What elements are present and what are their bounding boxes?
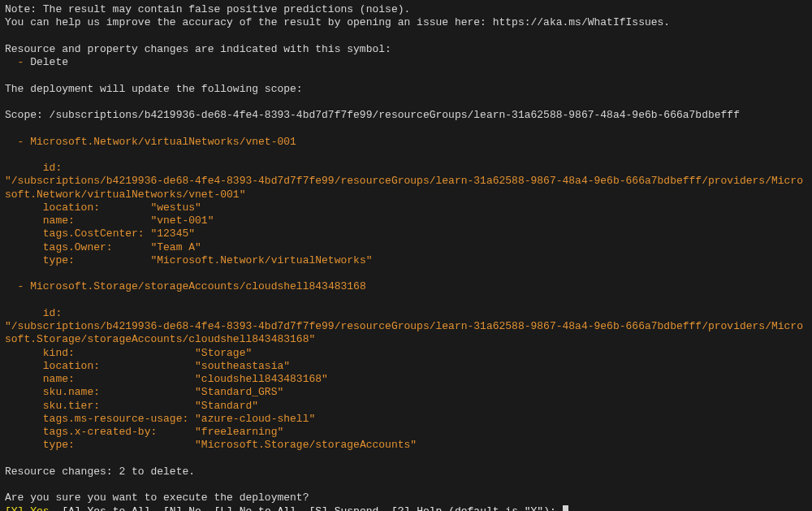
res1-p0-v: "Storage" <box>195 347 252 359</box>
opt-a-key[interactable]: [A] <box>50 505 88 512</box>
res1-p3-k: sku.name: <box>5 386 195 398</box>
opt-s-label[interactable]: Suspend <box>335 505 379 512</box>
res1-p1-v: "southeastasia" <box>195 360 290 372</box>
opt-y-key[interactable]: [Y] <box>5 505 30 512</box>
res0-p3-k: tags.Owner: <box>5 241 150 253</box>
res0-dash: - <box>5 136 30 148</box>
res1-p5-k: tags.ms-resource-usage: <box>5 413 195 425</box>
note-line1: Note: The result may contain false posit… <box>5 3 410 15</box>
res0-p3-v: "Team A" <box>150 241 201 253</box>
delete-symbol: - <box>5 56 30 68</box>
res1-p3-v: "Standard_GRS" <box>195 386 283 398</box>
res1-p5-v: "azure-cloud-shell" <box>195 413 315 425</box>
res1-dash: - <box>5 280 30 292</box>
res1-id-val: "/subscriptions/b4219936-de68-4fe4-8393-… <box>5 320 803 345</box>
opt-n-key[interactable]: [N] <box>150 505 188 512</box>
res1-p7-v: "Microsoft.Storage/storageAccounts" <box>195 439 417 451</box>
opt-y-label[interactable]: Yes <box>30 505 49 512</box>
res1-p6-v: "freelearning" <box>195 426 283 438</box>
res0-p2-v: "12345" <box>150 227 195 240</box>
res0-p1-v: "vnet-001" <box>150 214 214 227</box>
opt-s-key[interactable]: [S] <box>296 505 335 512</box>
scope-intro: The deployment will update the following… <box>5 83 303 95</box>
delete-label: Delete <box>30 56 68 68</box>
res0-p0-k: location: <box>5 201 150 214</box>
res1-header: Microsoft.Storage/storageAccounts/clouds… <box>30 280 365 292</box>
res0-id-val: "/subscriptions/b4219936-de68-4fe4-8393-… <box>5 175 803 200</box>
res0-p4-k: type: <box>5 254 150 266</box>
res0-id-key: id: <box>5 162 62 174</box>
opt-help[interactable]: [?] Help (default is "Y"): <box>378 505 562 512</box>
res0-header: Microsoft.Network/virtualNetworks/vnet-0… <box>30 136 296 148</box>
legend-intro: Resource and property changes are indica… <box>5 43 391 55</box>
res1-p7-k: type: <box>5 439 195 451</box>
cursor-icon[interactable] <box>563 505 568 512</box>
res0-p0-v: "westus" <box>150 201 201 214</box>
res1-p4-k: sku.tier: <box>5 400 195 412</box>
confirm-question: Are you sure you want to execute the dep… <box>5 492 309 504</box>
opt-n-label[interactable]: No <box>188 505 201 512</box>
res1-p6-k: tags.x-created-by: <box>5 426 195 438</box>
res1-p4-v: "Standard" <box>195 400 258 412</box>
res0-p2-k: tags.CostCenter: <box>5 227 150 240</box>
scope-value: /subscriptions/b4219936-de68-4fe4-8393-4… <box>50 109 740 121</box>
scope-label: Scope: <box>5 109 50 121</box>
res1-p0-k: kind: <box>5 347 195 359</box>
opt-l-label[interactable]: No to All <box>240 505 296 512</box>
res1-p2-k: name: <box>5 373 195 385</box>
res1-id-key: id: <box>5 307 62 319</box>
res1-p1-k: location: <box>5 360 195 372</box>
res0-p1-k: name: <box>5 214 150 227</box>
terminal-output[interactable]: Note: The result may contain false posit… <box>0 0 812 511</box>
res0-p4-v: "Microsoft.Network/virtualNetworks" <box>150 254 372 266</box>
opt-l-key[interactable]: [L] <box>201 505 240 512</box>
res1-p2-v: "cloudshell843483168" <box>195 373 328 385</box>
note-line2: You can help us improve the accuracy of … <box>5 16 670 28</box>
opt-a-label[interactable]: Yes to All <box>87 505 150 512</box>
summary: Resource changes: 2 to delete. <box>5 466 195 478</box>
